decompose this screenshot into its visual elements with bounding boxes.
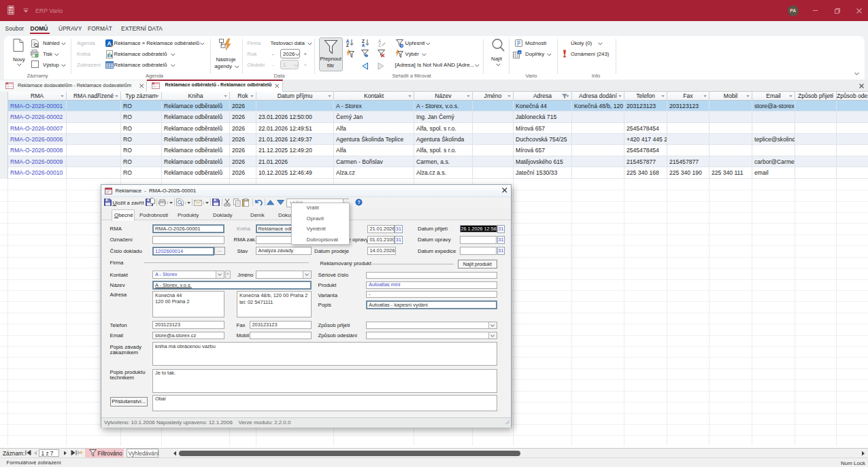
svg-text:Z: Z [346, 43, 349, 48]
svg-text:A: A [362, 43, 365, 48]
svg-text:Z: Z [378, 43, 381, 48]
svg-text:A: A [107, 39, 111, 46]
svg-text:+: + [518, 50, 520, 54]
svg-text:?: ? [357, 199, 361, 205]
